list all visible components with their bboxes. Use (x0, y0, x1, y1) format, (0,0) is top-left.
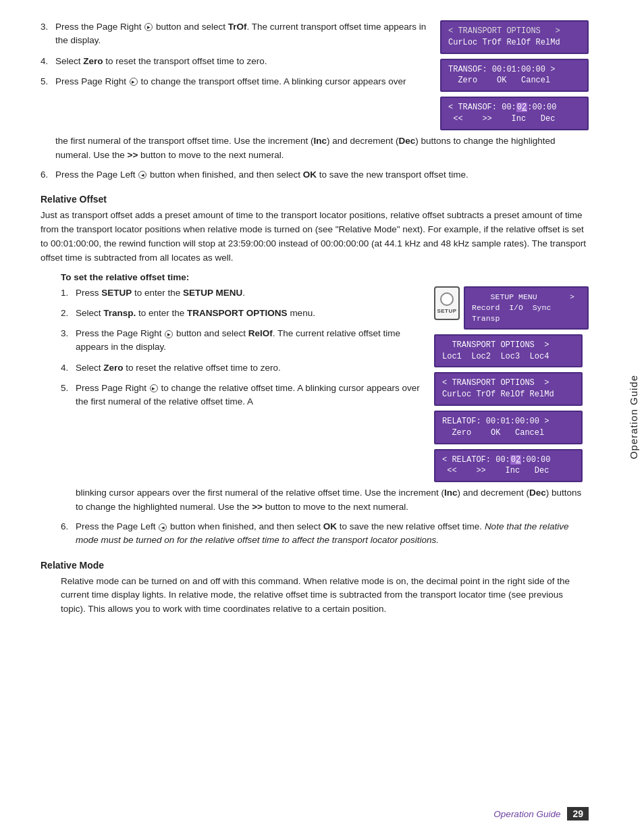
step-5-top: 5. Press Page Right ▸ to change the tran… (41, 75, 428, 88)
page-footer: Operation Guide 29 (493, 807, 589, 820)
top-screens: < TRANSPORT OPTIONS > CurLoc TrOf RelOf … (440, 20, 589, 130)
side-tab: Operation Guide (622, 0, 644, 834)
step-text-3-top: Press the Page Right ▸ button and select… (55, 20, 428, 48)
rel-step-text-4: Select Zero to reset the relative offset… (76, 361, 422, 375)
lcd-transport-curloc: < TRANSPORT OPTIONS > CurLoc TrOf RelOf … (434, 372, 583, 406)
setup-icon-circle (440, 292, 454, 306)
step-3-top: 3. Press the Page Right ▸ button and sel… (41, 20, 428, 48)
setup-button-icon: SETUP (434, 286, 460, 320)
relative-offset-body: Just as transport offset adds a preset a… (41, 209, 589, 265)
step-4-top: 4. Select Zero to reset the transport of… (41, 55, 428, 68)
rel-step-text-6: Press the Page Left ◂ button when finish… (76, 520, 589, 548)
rel-step-text-1: Press SETUP to enter the SETUP MENU. (76, 286, 422, 300)
rel-step-num-5: 5. (61, 382, 76, 409)
rel-step-text-3: Press the Page Right ▸ button and select… (76, 327, 422, 355)
rel-step-3: 3. Press the Page Right ▸ button and sel… (61, 327, 422, 355)
setup-icon-label: SETUP (437, 308, 456, 314)
rel-step-6: 6. Press the Page Left ◂ button when fin… (61, 520, 589, 548)
left-page-icon-2: ◂ (159, 523, 167, 531)
step-text-4-top: Select Zero to reset the transport offse… (55, 55, 428, 68)
relative-mode-body: Relative mode can be turned on and off w… (61, 575, 589, 617)
step-5-continuation: the first numeral of the transport offse… (41, 134, 589, 163)
step-text-6-top: Press the Page Left ◂ button when finish… (55, 168, 589, 182)
footer-label: Operation Guide (493, 809, 560, 819)
page-number: 29 (567, 807, 589, 820)
lcd-relatof-edit: < RELATOF: 00:02:00:00 << >> Inc Dec (434, 449, 583, 483)
lcd-transof-reset: TRANSOF: 00:01:00:00 > Zero OK Cancel (440, 59, 589, 93)
rel-step-text-2: Select Transp. to enter the TRANSPORT OP… (76, 307, 422, 320)
rel-step-num-2: 2. (61, 307, 76, 320)
side-tab-label: Operation Guide (628, 375, 639, 459)
rel-step-num-6: 6. (61, 520, 76, 548)
lcd-transport-options-1: < TRANSPORT OPTIONS > CurLoc TrOf RelOf … (440, 20, 589, 54)
relative-offset-screens: SETUP SETUP MENU > Record I/O Sync Trans… (434, 286, 589, 483)
right-page-icon-4: ▸ (150, 384, 158, 392)
right-page-icon-2: ▸ (130, 78, 138, 86)
step-num-5-top: 5. (41, 75, 55, 88)
relative-mode-heading: Relative Mode (41, 560, 589, 571)
rel-step-num-3: 3. (61, 327, 76, 355)
relative-offset-heading: Relative Offset (41, 194, 589, 205)
rel-step-num-1: 1. (61, 286, 76, 300)
step-6-top: 6. Press the Page Left ◂ button when fin… (41, 168, 589, 182)
lcd-setup-menu: SETUP MENU > Record I/O Sync Transp (464, 286, 589, 330)
lcd-transport-loc: TRANSPORT OPTIONS > Loc1 Loc2 Loc3 Loc4 (434, 334, 583, 368)
step-num-4-top: 4. (41, 55, 55, 68)
rel-step-5-continuation: blinking cursor appears over the first n… (61, 486, 589, 515)
rel-step-1: 1. Press SETUP to enter the SETUP MENU. (61, 286, 422, 300)
relative-offset-subheading: To set the relative offset time: (61, 272, 589, 282)
rel-step-num-4: 4. (61, 361, 76, 375)
step-text-5-top: Press Page Right ▸ to change the transpo… (55, 75, 428, 88)
step-num-6-top: 6. (41, 168, 55, 182)
right-page-icon-1: ▸ (144, 23, 153, 31)
left-page-icon-1: ◂ (138, 171, 146, 179)
lcd-transof-edit: < TRANSOF: 00:02:00:00 << >> Inc Dec (440, 97, 589, 130)
rel-step-4: 4. Select Zero to reset the relative off… (61, 361, 422, 375)
rel-step-5: 5. Press Page Right ▸ to change the rela… (61, 382, 422, 409)
right-page-icon-3: ▸ (165, 330, 173, 338)
lcd-relatof-reset: RELATOF: 00:01:00:00 > Zero OK Cancel (434, 411, 583, 444)
rel-step-2: 2. Select Transp. to enter the TRANSPORT… (61, 307, 422, 320)
step-num-3-top: 3. (41, 20, 55, 48)
rel-step-text-5: Press Page Right ▸ to change the relativ… (76, 382, 422, 409)
